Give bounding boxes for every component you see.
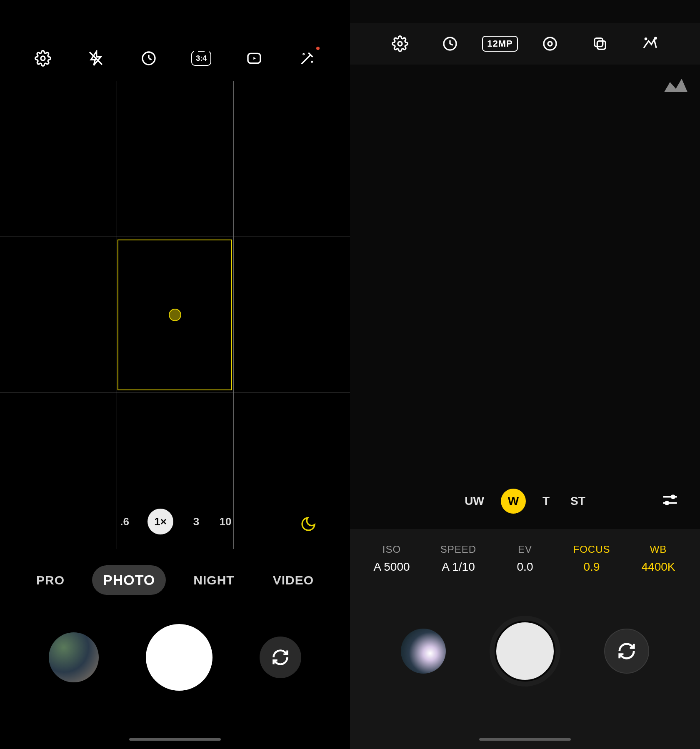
param-iso[interactable]: ISO A 5000 xyxy=(365,544,419,574)
svg-line-14 xyxy=(450,44,453,45)
adjustments-icon[interactable] xyxy=(661,491,679,509)
svg-marker-21 xyxy=(664,79,688,92)
shutter-button[interactable] xyxy=(146,624,212,691)
viewfinder-left[interactable] xyxy=(0,81,350,549)
param-speed[interactable]: SPEED A 1/10 xyxy=(431,544,485,574)
home-indicator[interactable] xyxy=(479,738,571,741)
svg-line-5 xyxy=(149,58,152,60)
gallery-thumbnail[interactable] xyxy=(49,632,99,682)
param-label: ISO xyxy=(365,544,419,555)
mode-night[interactable]: NIGHT xyxy=(182,567,245,594)
grid-line xyxy=(0,237,350,237)
settings-icon[interactable] xyxy=(33,48,53,68)
zoom-1x[interactable]: 1× xyxy=(148,509,173,534)
switch-camera-button[interactable] xyxy=(604,629,649,674)
svg-point-23 xyxy=(671,494,675,499)
gallery-thumbnail[interactable] xyxy=(401,629,446,674)
param-value: 0.0 xyxy=(498,560,552,574)
shutter-button[interactable] xyxy=(490,616,560,687)
param-ev[interactable]: EV 0.0 xyxy=(498,544,552,574)
lens-selector: UW W T ST xyxy=(350,489,700,514)
settings-icon[interactable] xyxy=(391,35,409,53)
lens-supertele[interactable]: ST xyxy=(566,491,590,511)
svg-point-20 xyxy=(655,37,656,39)
param-label: FOCUS xyxy=(565,544,619,555)
metering-icon[interactable] xyxy=(541,35,559,53)
zoom-10x[interactable]: 10 xyxy=(219,515,232,528)
svg-rect-17 xyxy=(595,38,603,47)
svg-point-0 xyxy=(41,56,45,60)
pro-params-row: ISO A 5000 SPEED A 1/10 EV 0.0 FOCUS 0.9… xyxy=(350,529,700,574)
focus-rectangle[interactable] xyxy=(118,240,232,390)
svg-point-10 xyxy=(311,62,312,62)
shutter-row-left xyxy=(0,624,350,691)
lens-tele[interactable]: T xyxy=(538,491,554,511)
svg-point-19 xyxy=(645,38,646,40)
svg-point-9 xyxy=(303,54,304,55)
aspect-ratio-button[interactable]: 3:4 xyxy=(191,48,211,68)
svg-point-16 xyxy=(548,42,552,46)
timer-icon[interactable] xyxy=(441,35,459,53)
param-label: WB xyxy=(631,544,685,555)
mode-selector[interactable]: PRO PHOTO NIGHT VIDEO xyxy=(0,565,350,595)
grid-line xyxy=(117,81,117,549)
styles-icon[interactable] xyxy=(641,35,659,53)
svg-point-15 xyxy=(544,37,556,50)
param-value: 4400K xyxy=(631,560,685,574)
effects-indicator-dot xyxy=(316,47,320,50)
param-label: EV xyxy=(498,544,552,555)
svg-point-25 xyxy=(665,501,669,505)
top-toolbar-left: 3:4 xyxy=(0,40,350,77)
svg-rect-18 xyxy=(597,41,605,49)
night-mode-icon[interactable] xyxy=(300,516,317,532)
aspect-ratio-label: 3:4 xyxy=(196,54,207,63)
zoom-selector: .6 1× 3 10 xyxy=(0,509,350,534)
param-label: SPEED xyxy=(431,544,485,555)
effects-icon[interactable] xyxy=(297,48,317,68)
param-focus[interactable]: FOCUS 0.9 xyxy=(565,544,619,574)
lens-ultrawide[interactable]: UW xyxy=(460,491,488,511)
histogram-icon[interactable] xyxy=(664,77,688,92)
motion-photo-icon[interactable] xyxy=(244,48,264,68)
resolution-label: 12MP xyxy=(482,36,518,52)
svg-line-8 xyxy=(301,57,308,64)
flash-off-icon[interactable] xyxy=(86,48,106,68)
svg-marker-7 xyxy=(253,57,256,60)
mode-pro[interactable]: PRO xyxy=(25,567,75,594)
resolution-button[interactable]: 12MP xyxy=(491,35,509,53)
param-value: 0.9 xyxy=(565,560,619,574)
param-wb[interactable]: WB 4400K xyxy=(631,544,685,574)
lens-wide[interactable]: W xyxy=(501,489,526,514)
grid-line xyxy=(233,81,234,549)
home-indicator[interactable] xyxy=(129,738,221,741)
shutter-row-right xyxy=(350,616,700,687)
pro-bottom-panel: ISO A 5000 SPEED A 1/10 EV 0.0 FOCUS 0.9… xyxy=(350,529,700,749)
zoom-3x[interactable]: 3 xyxy=(190,515,202,528)
switch-camera-button[interactable] xyxy=(260,637,301,678)
format-icon[interactable] xyxy=(591,35,609,53)
grid-line xyxy=(0,392,350,392)
zoom-ultrawide[interactable]: .6 xyxy=(118,515,131,528)
param-value: A 5000 xyxy=(365,560,419,574)
timer-icon[interactable] xyxy=(139,48,159,68)
param-value: A 1/10 xyxy=(431,560,485,574)
svg-point-11 xyxy=(398,42,402,46)
focus-point[interactable] xyxy=(169,309,181,321)
top-toolbar-right: 12MP xyxy=(350,23,700,65)
mode-photo[interactable]: PHOTO xyxy=(92,565,166,595)
mode-video[interactable]: VIDEO xyxy=(262,567,325,594)
